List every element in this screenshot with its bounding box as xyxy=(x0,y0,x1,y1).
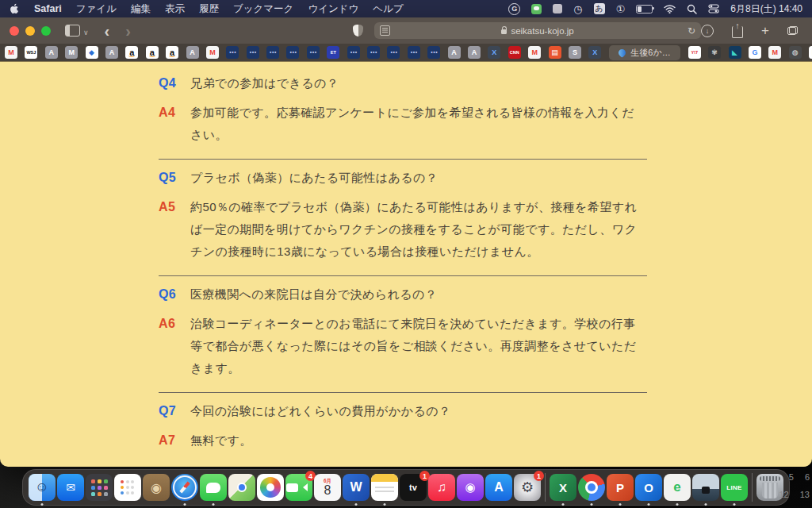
dock-app[interactable]: ☺ xyxy=(29,474,56,501)
answer-label: A4 xyxy=(159,102,190,124)
menu-edit[interactable]: 編集 xyxy=(131,2,151,16)
apple-menu-icon[interactable] xyxy=(10,3,20,14)
pinned-tab[interactable]: M xyxy=(5,46,17,59)
pinned-tab[interactable]: A xyxy=(186,46,199,59)
pinned-tab[interactable]: ⋯ xyxy=(307,46,320,59)
contacts-icon: ◉ xyxy=(143,474,170,501)
pinned-tab[interactable]: ⋯ xyxy=(347,46,360,59)
pinned-tab[interactable]: X xyxy=(488,46,500,59)
privacy-shield-icon[interactable] xyxy=(353,25,363,37)
back-button[interactable]: ‹ xyxy=(97,23,118,39)
dock-app[interactable] xyxy=(371,474,398,501)
dock-app[interactable]: 4 xyxy=(285,474,312,501)
sidebar-chevron-icon[interactable]: ∨ xyxy=(83,29,89,37)
dock-app[interactable] xyxy=(86,474,113,501)
dock-app[interactable]: ◉ xyxy=(457,474,484,501)
dock-app[interactable]: X xyxy=(550,474,576,501)
pinned-tab[interactable]: ◧ xyxy=(809,46,812,59)
dock-app[interactable] xyxy=(200,474,227,501)
pinned-tab[interactable]: WSJ xyxy=(25,46,37,59)
pinned-tab[interactable]: A xyxy=(468,46,481,59)
pinned-tab[interactable]: ▤ xyxy=(549,46,561,59)
evernote-status-icon[interactable] xyxy=(553,4,562,13)
pinned-tab[interactable]: ◆ xyxy=(86,46,98,59)
pinned-tab[interactable]: S xyxy=(569,46,581,59)
dock-app[interactable]: 6月 8 xyxy=(314,474,341,501)
pinned-tab[interactable]: A xyxy=(45,46,58,59)
pinned-tab[interactable]: ⋯ xyxy=(387,46,400,59)
wifi-icon[interactable] xyxy=(664,5,676,13)
pinned-tab[interactable]: Y!7 xyxy=(688,46,701,59)
dock-app[interactable]: LINE xyxy=(721,474,748,501)
menu-history[interactable]: 履歴 xyxy=(199,2,219,16)
minimize-window-button[interactable] xyxy=(25,26,35,36)
pinned-tab[interactable]: ⋯ xyxy=(427,46,440,59)
pinned-tab[interactable]: A xyxy=(105,46,118,59)
share-button[interactable] xyxy=(732,26,743,38)
menu-app-name[interactable]: Safari xyxy=(34,3,62,14)
dock-app[interactable]: ✉ xyxy=(57,474,84,501)
pinned-tab[interactable]: ⋯ xyxy=(266,46,279,59)
pinned-tab[interactable]: M xyxy=(206,46,219,59)
pinned-tab[interactable]: ◣ xyxy=(729,46,741,59)
dock-app[interactable] xyxy=(171,474,198,501)
pinned-tab[interactable]: X xyxy=(588,46,601,59)
pinned-tab[interactable]: a xyxy=(146,46,159,59)
pinned-tab[interactable]: ✾ xyxy=(708,46,721,59)
menu-file[interactable]: ファイル xyxy=(76,2,117,16)
forward-button[interactable]: › xyxy=(117,23,139,39)
pinned-tab[interactable]: ⋯ xyxy=(367,46,380,59)
tab-overview-button[interactable] xyxy=(787,26,798,35)
pinned-tab[interactable]: CNN xyxy=(508,46,521,59)
pinned-tab[interactable]: ◍ xyxy=(789,46,802,59)
downloads-button[interactable]: ↓ xyxy=(701,25,714,37)
line-status-icon[interactable] xyxy=(531,4,542,14)
input-source-icon[interactable]: あ xyxy=(594,3,605,14)
g-app-status-icon[interactable]: G xyxy=(508,3,520,15)
dock-app[interactable] xyxy=(257,474,284,501)
dock-app[interactable]: ⚙ 1 xyxy=(514,474,541,501)
zoom-window-button[interactable] xyxy=(41,26,51,36)
dock-app[interactable] xyxy=(692,474,719,501)
podcasts-icon: ◉ xyxy=(457,474,484,501)
pinned-tab[interactable]: ⋯ xyxy=(286,46,299,59)
pinned-tab[interactable]: a xyxy=(166,46,178,59)
pinned-tab[interactable]: ⋯ xyxy=(247,46,259,59)
pinned-tab[interactable]: A xyxy=(448,46,461,59)
dock-app[interactable]: O xyxy=(635,474,662,501)
pinned-tab[interactable]: ET xyxy=(327,46,339,59)
menu-view[interactable]: 表示 xyxy=(165,2,185,16)
pinned-tab[interactable]: ⋯ xyxy=(408,46,420,59)
dock-app[interactable]: P xyxy=(607,474,634,501)
menu-help[interactable]: ヘルプ xyxy=(373,2,403,16)
control-center-icon[interactable] xyxy=(708,4,719,13)
spotlight-search-icon[interactable] xyxy=(687,4,697,14)
circled-one-icon[interactable]: ① xyxy=(616,4,626,14)
pinned-tab[interactable]: ⋯ xyxy=(226,46,239,59)
dock-app[interactable]: A xyxy=(485,474,512,501)
new-tab-button[interactable]: + xyxy=(761,24,769,37)
dock-app[interactable] xyxy=(578,474,605,501)
battery-icon[interactable] xyxy=(636,5,653,13)
dock-app[interactable]: tv 1 xyxy=(400,474,427,501)
dock-app[interactable]: ◉ xyxy=(143,474,170,501)
clock-icon[interactable]: ◷ xyxy=(573,4,582,14)
menu-date-time[interactable]: 6月8日(土) 14:40 xyxy=(730,2,802,16)
dock-app[interactable]: ♫ xyxy=(428,474,455,501)
pinned-tab[interactable]: M xyxy=(768,46,781,59)
menu-window[interactable]: ウインドウ xyxy=(308,2,358,16)
dock-app[interactable]: W xyxy=(343,474,370,501)
pinned-tab[interactable]: M xyxy=(528,46,541,59)
dock-app[interactable] xyxy=(114,474,141,501)
close-window-button[interactable] xyxy=(10,26,19,36)
dock-app[interactable]: e xyxy=(664,474,691,501)
dock-app[interactable] xyxy=(228,474,255,501)
excel-icon: X xyxy=(550,474,576,501)
pinned-tab[interactable]: G xyxy=(749,46,761,59)
menu-bookmarks[interactable]: ブックマーク xyxy=(233,2,293,16)
active-tab[interactable]: 生後6か… xyxy=(609,45,680,60)
sidebar-toggle-button[interactable] xyxy=(65,25,80,37)
pinned-tab[interactable]: a xyxy=(125,46,138,59)
pinned-tab[interactable]: M xyxy=(65,46,78,59)
address-bar[interactable]: seikatsu-kojo.jp ↻ xyxy=(374,22,701,39)
